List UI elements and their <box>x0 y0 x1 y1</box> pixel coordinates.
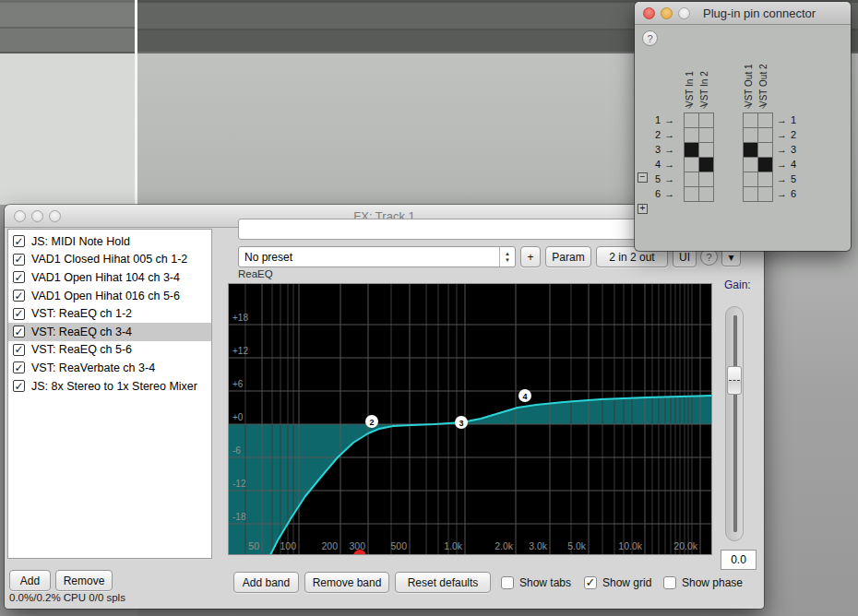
db-tick-label: -18 <box>232 512 246 522</box>
fx-list-item[interactable]: ✓VST: ReaEQ ch 5-6 <box>8 341 211 360</box>
fx-enable-checkbox[interactable]: ✓ <box>13 271 25 283</box>
pin-matrix-in[interactable] <box>684 113 714 202</box>
show-phase-checkbox[interactable]: Show phase <box>663 572 743 593</box>
pin-cell[interactable] <box>758 158 773 172</box>
fx-list-item[interactable]: ✓VAD1 Open Hihat 104 ch 3-4 <box>8 268 211 287</box>
arrow-right-icon: → <box>777 114 787 125</box>
pin-cell[interactable] <box>699 143 714 158</box>
pin-cell[interactable] <box>758 143 773 158</box>
remove-fx-button[interactable]: Remove <box>55 570 113 591</box>
fx-list-item[interactable]: ✓VAD1 Open Hihat 016 ch 5-6 <box>8 287 211 305</box>
fx-list-item[interactable]: ✓VST: ReaVerbate ch 3-4 <box>8 359 211 377</box>
zoom-button[interactable] <box>678 7 690 19</box>
preset-plus-button[interactable]: + <box>520 246 541 267</box>
pin-cell[interactable] <box>685 158 699 172</box>
minimize-button[interactable] <box>661 7 673 19</box>
preset-combo[interactable]: No preset ▲▼ <box>238 246 516 267</box>
pin-row-number: 2→ <box>655 127 674 142</box>
pin-cell[interactable] <box>744 172 758 187</box>
fx-enable-checkbox[interactable]: ✓ <box>13 290 25 302</box>
freq-tick-label: 200 <box>321 540 338 551</box>
fx-list-item[interactable]: ✓VST: ReaEQ ch 3-4 <box>8 323 211 341</box>
fx-list-item[interactable]: ✓JS: 8x Stereo to 1x Stereo Mixer <box>8 377 211 396</box>
pin-cell[interactable] <box>699 128 714 143</box>
pin-cell[interactable] <box>744 113 758 128</box>
arrow-right-icon: → <box>664 159 674 170</box>
pin-cell[interactable] <box>744 158 758 172</box>
fx-enable-checkbox[interactable]: ✓ <box>13 254 25 266</box>
remove-band-button[interactable]: Remove band <box>304 572 389 593</box>
arrow-right-icon: → <box>777 129 787 140</box>
eq-band-handle[interactable]: 4 <box>518 389 531 402</box>
preset-stepper[interactable]: ▲▼ <box>499 247 515 267</box>
collapse-button[interactable]: − <box>638 172 648 183</box>
help-icon[interactable]: ? <box>642 30 658 46</box>
show-tabs-checkbox[interactable]: Show tabs <box>501 572 571 593</box>
arrow-right-icon: → <box>664 114 674 125</box>
expand-button[interactable]: + <box>638 204 648 214</box>
freq-tick-label: 2.0k <box>495 540 514 551</box>
pin-row-number: →6 <box>777 186 796 201</box>
pin-cell[interactable] <box>685 187 699 202</box>
svg-text:4: 4 <box>522 392 527 401</box>
checkbox-label: Show phase <box>682 576 743 589</box>
pin-cell[interactable] <box>699 187 714 202</box>
pin-cell[interactable] <box>685 172 699 187</box>
fx-item-label: VAD1 Open Hihat 016 ch 5-6 <box>31 290 180 302</box>
pin-row-number: 6→ <box>655 186 674 201</box>
fx-item-label: VST: ReaVerbate ch 3-4 <box>31 361 155 374</box>
fx-enable-checkbox[interactable]: ✓ <box>13 361 25 373</box>
pin-cell[interactable] <box>758 187 773 202</box>
window-title: Plug-in pin connector <box>703 6 816 20</box>
vst-in-2-label: VST In 2 <box>699 42 709 107</box>
show-grid-checkbox[interactable]: ✓Show grid <box>584 572 651 593</box>
pin-row-number: →1 <box>777 113 796 127</box>
checkbox-icon[interactable]: ✓ <box>584 576 597 589</box>
fx-enable-checkbox[interactable]: ✓ <box>13 380 25 392</box>
pin-cell[interactable] <box>744 187 758 202</box>
pin-cell[interactable] <box>699 113 714 128</box>
eq-band-handle[interactable]: 2 <box>365 415 378 428</box>
gain-slider-thumb[interactable] <box>727 366 742 395</box>
add-fx-button[interactable]: Add <box>9 570 51 591</box>
fx-item-label: VST: ReaEQ ch 3-4 <box>31 326 132 338</box>
add-band-button[interactable]: Add band <box>233 572 299 593</box>
pin-cell[interactable] <box>685 143 699 158</box>
fx-enable-checkbox[interactable]: ✓ <box>13 308 25 320</box>
vst-out-2-label: VST Out 2 <box>758 42 769 107</box>
fx-list-item[interactable]: ✓VAD1 Closed Hihat 005 ch 1-2 <box>8 251 211 269</box>
close-button[interactable] <box>643 7 655 19</box>
gain-value-field[interactable]: 0.0 <box>721 550 757 570</box>
checkbox-icon[interactable] <box>663 576 676 589</box>
pin-cell[interactable] <box>758 128 773 143</box>
param-button[interactable]: Param <box>545 246 591 267</box>
eq-band-handle[interactable]: 3 <box>455 416 468 429</box>
pin-cell[interactable] <box>699 158 714 172</box>
fx-enable-checkbox[interactable]: ✓ <box>13 326 25 338</box>
arrow-right-icon: → <box>664 188 674 199</box>
svg-text:2: 2 <box>369 418 374 427</box>
pin-cell[interactable] <box>744 143 758 158</box>
reset-defaults-button[interactable]: Reset defaults <box>395 572 491 593</box>
pin-matrix-out[interactable] <box>743 113 773 202</box>
fx-enable-checkbox[interactable]: ✓ <box>13 235 25 247</box>
pin-cell[interactable] <box>758 113 773 128</box>
pin-titlebar[interactable]: Plug-in pin connector <box>635 2 851 25</box>
fx-list-item[interactable]: ✓JS: MIDI Note Hold <box>8 232 211 251</box>
fx-list[interactable]: ✓JS: MIDI Note Hold✓VAD1 Closed Hihat 00… <box>7 229 212 559</box>
svg-text:1: 1 <box>357 552 362 555</box>
gain-slider[interactable] <box>725 306 744 541</box>
pin-row-number: →2 <box>777 127 796 142</box>
fx-enable-checkbox[interactable]: ✓ <box>13 344 25 356</box>
vst-in-1-label: VST In 1 <box>685 42 695 107</box>
pin-cell[interactable] <box>699 172 714 187</box>
checkbox-icon[interactable] <box>501 576 514 589</box>
pin-cell[interactable] <box>685 113 699 128</box>
eq-graph[interactable]: +18+12+6+0-6-12-18501002003005001.0k2.0k… <box>228 283 712 555</box>
arrow-right-icon: → <box>777 188 787 199</box>
pin-cell[interactable] <box>758 172 773 187</box>
fx-list-item[interactable]: ✓VST: ReaEQ ch 1-2 <box>8 304 211 323</box>
pin-cell[interactable] <box>744 128 758 143</box>
db-tick-label: -6 <box>232 445 241 456</box>
pin-cell[interactable] <box>685 128 699 143</box>
